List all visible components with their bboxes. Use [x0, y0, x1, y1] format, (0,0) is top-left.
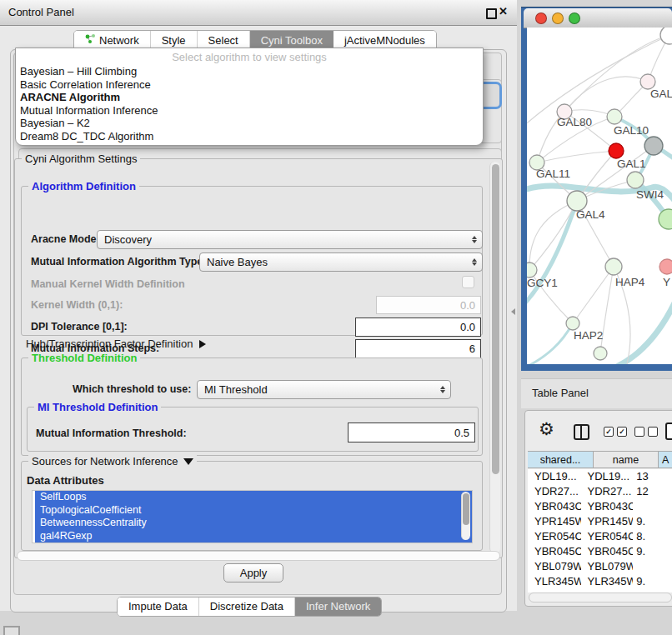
- algorithm-option-aracne-algorithm[interactable]: ARACNE Algorithm: [16, 91, 483, 104]
- attribute-item-selfloops[interactable]: SelfLoops: [35, 491, 472, 504]
- table-row[interactable]: YER054CYER054C8.: [528, 529, 672, 544]
- control-panel-titlebar[interactable]: Control Panel ✕: [0, 0, 517, 26]
- table-cell[interactable]: YBL079W: [528, 559, 581, 574]
- table-cell[interactable]: YPR145W: [528, 514, 581, 529]
- table-cell[interactable]: YPR145W: [581, 514, 634, 529]
- table-row[interactable]: YPR145WYPR145W9.: [528, 514, 672, 529]
- which-threshold-combobox[interactable]: MI Threshold: [197, 380, 451, 399]
- table-panel-header: Table Panel: [521, 378, 672, 408]
- column-header-a[interactable]: A: [659, 451, 672, 468]
- algorithm-option-bayesian-k2[interactable]: Bayesian – K2: [16, 117, 483, 130]
- dpi-tolerance-field[interactable]: 0.0: [355, 318, 481, 337]
- mi-threshold-field[interactable]: 0.5: [348, 422, 475, 442]
- network-node[interactable]: [659, 209, 672, 229]
- table-cell[interactable]: YLR345W: [581, 574, 634, 589]
- network-node[interactable]: [660, 28, 672, 44]
- attributes-scrollbar-track[interactable]: [461, 492, 470, 540]
- table-cell[interactable]: YER054C: [528, 529, 581, 544]
- network-node-gal10[interactable]: [607, 109, 622, 124]
- table-cell[interactable]: YDR27...: [581, 484, 634, 499]
- table-cell[interactable]: YBR045C: [581, 544, 634, 559]
- table-cell[interactable]: YDL19...: [528, 469, 581, 484]
- kernel-width-field[interactable]: 0.0: [376, 296, 481, 314]
- network-canvas[interactable]: GALGAL80GAL10GAL1GAL11SWI4GAL4GCY1HAP4YH…: [527, 28, 672, 364]
- aracne-mode-combobox[interactable]: Discovery: [97, 230, 483, 249]
- window-title: Control Panel: [8, 0, 74, 25]
- table-cell[interactable]: YDR27...: [528, 484, 581, 499]
- network-window-titlebar[interactable]: [524, 8, 672, 28]
- network-node-gal1[interactable]: [609, 143, 624, 158]
- attribute-item-betweennesscentrality[interactable]: BetweennessCentrality: [35, 517, 472, 530]
- table-row[interactable]: YBR045CYBR045C9.: [528, 544, 672, 559]
- table-cell[interactable]: 9.: [633, 544, 672, 559]
- network-node-hap2[interactable]: [566, 317, 579, 330]
- table-cell[interactable]: YER054C: [581, 529, 634, 544]
- attributes-scrollbar-thumb[interactable]: [463, 493, 469, 525]
- network-node[interactable]: [644, 137, 663, 155]
- float-window-icon[interactable]: [486, 8, 497, 19]
- tab-impute-data[interactable]: Impute Data: [118, 598, 199, 616]
- table-cell[interactable]: 13: [633, 469, 672, 484]
- network-node-y[interactable]: [659, 259, 672, 274]
- table-cell[interactable]: YDL19...: [581, 469, 634, 484]
- mi-threshold-label: Mutual Information Threshold:: [36, 428, 187, 439]
- new-table-icon[interactable]: [665, 422, 672, 440]
- unchecked-checkbox-icon-2[interactable]: [648, 427, 658, 437]
- column-layout-icon[interactable]: [574, 424, 589, 440]
- table-row[interactable]: YBL079WYBL079W: [528, 559, 672, 574]
- sources-expander[interactable]: Sources for Network Inference: [28, 455, 197, 468]
- network-node-swi4[interactable]: [627, 172, 644, 188]
- network-node-gcy1[interactable]: [527, 262, 537, 278]
- algorithm-option-mutual-information-inference[interactable]: Mutual Information Inference: [16, 104, 483, 118]
- table-cell[interactable]: 12: [633, 484, 672, 499]
- zoom-traffic-light[interactable]: [569, 12, 580, 24]
- algorithm-option-bayesian-hill-climbing[interactable]: Bayesian – Hill Climbing: [16, 65, 483, 78]
- table-row[interactable]: YBR043CYBR043C: [528, 499, 672, 514]
- tab-infer-network[interactable]: Infer Network: [295, 598, 381, 616]
- dpi-tolerance-label: DPI Tolerance [0,1]:: [31, 321, 128, 332]
- algorithm-option-dream8-dc-tdc-algorithm[interactable]: Dream8 DC_TDC Algorithm: [16, 130, 483, 143]
- gear-icon[interactable]: ⚙: [539, 421, 554, 438]
- table-cell[interactable]: YLR345W: [528, 574, 581, 589]
- table-hscrollbar[interactable]: [529, 592, 672, 602]
- table-cell[interactable]: [633, 559, 672, 574]
- column-header-name[interactable]: name: [594, 451, 659, 468]
- attribute-item-gal4rgexp[interactable]: gal4RGexp: [35, 530, 472, 543]
- algorithm-option-basic-correlation-inference[interactable]: Basic Correlation Inference: [16, 78, 483, 92]
- table-row[interactable]: YLR345WYLR345W9.: [528, 574, 672, 589]
- table-cell[interactable]: 8.: [633, 529, 672, 544]
- hub-definition-expander[interactable]: Hub/Transcription Factor Definition: [26, 338, 206, 350]
- table-cell[interactable]: YBR043C: [581, 499, 634, 514]
- settings-scrollbar-thumb[interactable]: [492, 164, 499, 474]
- data-attributes-label: Data Attributes: [27, 474, 104, 487]
- checked-checkbox-icon[interactable]: ✓: [604, 427, 614, 437]
- apply-button[interactable]: Apply: [223, 563, 283, 582]
- mi-type-combobox[interactable]: Naive Bayes: [199, 252, 483, 272]
- minimize-traffic-light[interactable]: [552, 12, 564, 24]
- sources-group: Sources for Network Inference Data Attri…: [21, 461, 483, 551]
- settings-hscrollbar[interactable]: [17, 551, 500, 561]
- table-cell[interactable]: YBR045C: [528, 544, 581, 559]
- minimized-panel-icon[interactable]: [3, 626, 20, 635]
- unchecked-checkbox-icon[interactable]: [634, 427, 644, 437]
- network-node[interactable]: [594, 347, 607, 360]
- table-row[interactable]: YDL19...YDL19...13: [528, 469, 672, 484]
- table-cell[interactable]: [633, 499, 672, 514]
- tab-discretize-data[interactable]: Discretize Data: [199, 598, 295, 616]
- close-traffic-light[interactable]: [535, 12, 547, 24]
- mi-steps-field[interactable]: 6: [355, 339, 481, 358]
- manual-kernel-checkbox[interactable]: [462, 276, 474, 288]
- which-threshold-value: MI Threshold: [204, 383, 268, 396]
- table-cell[interactable]: YBL079W: [581, 559, 634, 574]
- table-cell[interactable]: 9.: [633, 574, 672, 589]
- panel-divider-grip[interactable]: [511, 308, 515, 315]
- table-cell[interactable]: 9.: [633, 514, 672, 529]
- table-cell[interactable]: YBR043C: [528, 499, 581, 514]
- settings-scrollbar-track[interactable]: [489, 162, 500, 553]
- checked-checkbox-icon-2[interactable]: ✓: [617, 427, 627, 437]
- network-node-hap4[interactable]: [605, 258, 622, 275]
- column-header-shared-[interactable]: shared...: [528, 451, 594, 468]
- close-icon[interactable]: ✕: [499, 5, 508, 18]
- table-row[interactable]: YDR27...YDR27...12: [528, 484, 672, 499]
- attribute-item-topologicalcoefficient[interactable]: TopologicalCoefficient: [35, 504, 472, 518]
